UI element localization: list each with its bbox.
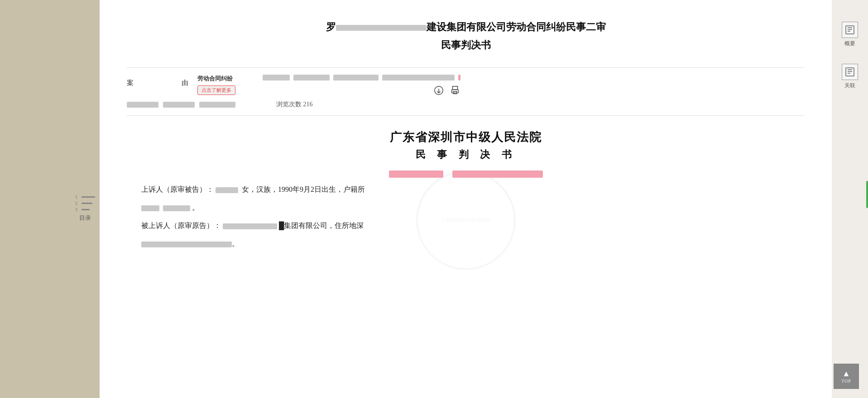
toc-widget[interactable]: 1 2 3 目录: [75, 194, 95, 222]
footer-blurred-3: [199, 102, 235, 108]
document-body-area: 广东省深圳市中级人民法院 上诉人（原审被告）： 女，汉族，1990年9月2日出生…: [127, 171, 805, 251]
toc-bar-3: [82, 209, 90, 210]
views-label-text: 浏览次数: [276, 101, 302, 108]
action-icons: [263, 85, 460, 96]
meta-blurred-4: [382, 75, 455, 81]
related-button[interactable]: 关联: [838, 60, 862, 93]
toc-line-num-2: 2: [75, 201, 80, 206]
svg-rect-1: [452, 86, 457, 90]
toc-line-3: 3: [75, 207, 95, 212]
related-icon: [842, 64, 858, 80]
party2-more-blurred: [141, 242, 232, 247]
overview-icon: [842, 22, 858, 38]
party1-address: 。: [127, 200, 805, 215]
download-icon[interactable]: [433, 85, 444, 96]
overview-button[interactable]: 概要: [838, 18, 862, 51]
right-sidebar: 概要 关联: [832, 0, 868, 398]
overview-label: 概要: [844, 40, 855, 47]
redacted-1: [389, 171, 443, 178]
meta-blurred-3: [333, 75, 379, 81]
toc-label: 目录: [79, 214, 91, 222]
svg-rect-3: [453, 91, 456, 94]
views-count: 216: [303, 101, 313, 108]
case-label: 案: [127, 79, 134, 87]
toc-bar-1: [82, 196, 95, 198]
document-body: 上诉人（原审被告）： 女，汉族，1990年9月2日出生，户籍所 。 被上诉人（原…: [127, 182, 805, 251]
toc-line-2: 2: [75, 201, 95, 206]
redacted-top-bar: [127, 171, 805, 178]
document-title: 罗建设集团有限公司劳动合同纠纷民事二审 民事判决书: [127, 18, 805, 54]
party1-label: 上诉人（原审被告）：: [141, 185, 214, 193]
party1-para: 上诉人（原审被告）： 女，汉族，1990年9月2日出生，户籍所: [127, 182, 805, 197]
svg-rect-8: [846, 68, 854, 76]
meta-blurred-2: [293, 75, 330, 81]
print-icon[interactable]: [450, 85, 460, 96]
main-content: 罗建设集团有限公司劳动合同纠纷民事二审 民事判决书 案 由 劳动合同纠纷 点击了…: [100, 0, 832, 398]
case-by: 由: [182, 79, 188, 87]
views-label: 浏览次数 216: [276, 100, 313, 109]
footer-blurred-1: [127, 102, 158, 108]
toc-lines: 1 2 3: [75, 194, 95, 212]
meta-redacted-dot: [458, 75, 460, 81]
party2-more: 。: [127, 237, 805, 251]
meta-section: 案 由 劳动合同纠纷 点击了解更多: [127, 67, 805, 116]
toc-bar-2: [82, 203, 92, 204]
party2-para: 被上诉人（原审原告）： █集团有限公司，住所地深: [127, 218, 805, 233]
addr-end: 。: [192, 204, 199, 211]
footer-blurred-2: [163, 102, 195, 108]
case-type: 劳动合同纠纷: [197, 75, 235, 83]
learn-more-button[interactable]: 点击了解更多: [197, 85, 235, 95]
meta-blurred-1: [263, 75, 290, 81]
addr-blurred-2: [163, 205, 190, 211]
court-name: 广东省深圳市中级人民法院: [127, 129, 805, 145]
court-header: 广东省深圳市中级人民法院 民 事 判 决 书: [127, 129, 805, 161]
party1-info: 女，汉族，1990年9月2日出生，户籍所: [242, 185, 365, 193]
party1-name-blurred: [216, 187, 238, 193]
left-sidebar: 1 2 3 目录: [0, 0, 100, 398]
toc-line-1: 1: [75, 194, 95, 199]
toc-line-num-3: 3: [75, 207, 80, 212]
case-spacer: [142, 75, 178, 88]
title-blurred-1: [336, 25, 427, 31]
title-line2: 民事判决书: [127, 36, 805, 54]
top-label: TOP: [841, 379, 851, 384]
svg-rect-4: [846, 26, 854, 34]
toc-line-num-1: 1: [75, 194, 80, 199]
top-button[interactable]: ▲ TOP: [834, 364, 859, 389]
related-label: 关联: [844, 82, 855, 90]
title-line1: 罗建设集团有限公司劳动合同纠纷民事二审: [127, 18, 805, 36]
party2-info: █集团有限公司，住所地深: [279, 222, 364, 229]
court-doc-type: 民 事 判 决 书: [127, 148, 805, 161]
party2-label: 被上诉人（原审原告）：: [141, 222, 221, 229]
scroll-indicator: [866, 181, 868, 208]
party2-name-blurred: [223, 223, 277, 229]
top-arrow-icon: ▲: [842, 370, 850, 378]
addr-blurred-1: [141, 205, 159, 211]
redacted-2: [452, 171, 543, 178]
